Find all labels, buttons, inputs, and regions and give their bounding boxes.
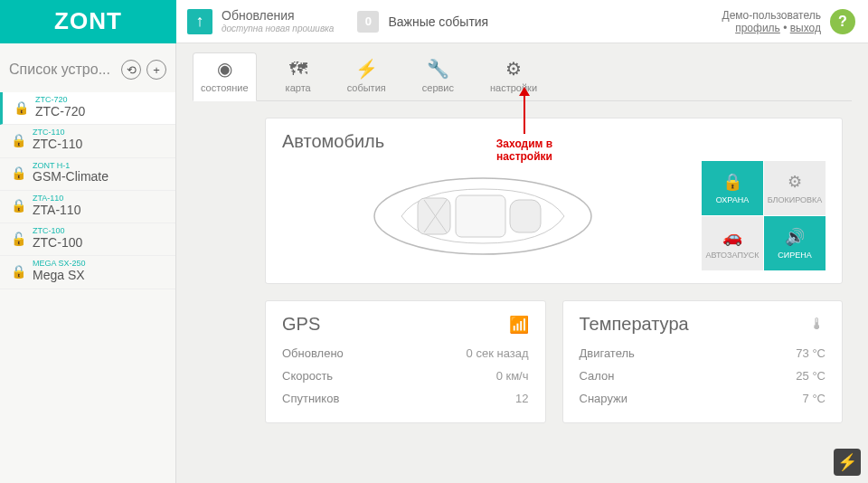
device-item[interactable]: 🔒ZONT H-1GSM-Climate bbox=[0, 158, 175, 191]
device-name: ZTA-110 bbox=[33, 204, 80, 217]
annotation: Заходим в настройки bbox=[470, 89, 579, 163]
svg-rect-5 bbox=[510, 200, 541, 232]
tab-state[interactable]: ◉ состояние bbox=[193, 52, 257, 101]
user-name: Демо-пользователь bbox=[722, 9, 821, 22]
kv-row: Двигатель73 °C bbox=[580, 342, 826, 365]
control-label: БЛОКИРОВКА bbox=[768, 195, 823, 204]
device-item[interactable]: 🔒MEGA SX-250Mega SX bbox=[0, 256, 175, 289]
device-name: ZTC-100 bbox=[33, 236, 82, 250]
kv-row: Салон25 °C bbox=[580, 365, 826, 387]
control-block[interactable]: ⚙БЛОКИРОВКА bbox=[764, 161, 826, 215]
updates-box[interactable]: ↑ Обновления доступна новая прошивка bbox=[176, 9, 344, 34]
sidebar-title: Список устро... bbox=[9, 62, 116, 78]
control-guard[interactable]: 🔒ОХРАНА bbox=[702, 161, 763, 215]
kv-key: Скорость bbox=[282, 369, 333, 383]
kv-key: Двигатель bbox=[580, 346, 635, 360]
tab-state-label: состояние bbox=[201, 82, 249, 93]
kv-value: 0 км/ч bbox=[496, 369, 529, 383]
svg-rect-4 bbox=[456, 195, 505, 237]
kv-value: 7 °C bbox=[803, 392, 826, 405]
gps-panel: GPS 📶 Обновлено0 сек назадСкорость0 км/ч… bbox=[265, 300, 546, 423]
service-icon: 🔧 bbox=[426, 57, 449, 80]
device-item[interactable]: 🔒ZTC-110ZTC-110 bbox=[0, 125, 175, 157]
device-name: ZTC-110 bbox=[33, 137, 82, 151]
refresh-devices-button[interactable]: ⟲ bbox=[121, 60, 141, 80]
events-box[interactable]: 0 Важные события bbox=[344, 11, 501, 33]
device-name: Mega SX bbox=[33, 269, 86, 282]
user-box: Демо-пользователь профиль • выход bbox=[713, 9, 830, 34]
device-item[interactable]: 🔓ZTC-100ZTC-100 bbox=[0, 223, 175, 256]
tab-events[interactable]: ⚡ события bbox=[340, 53, 393, 100]
annotation-text: Заходим в настройки bbox=[470, 137, 579, 163]
device-name: GSM-Climate bbox=[33, 170, 108, 184]
kv-key: Салон bbox=[580, 369, 615, 383]
kv-row: Обновлено0 сек назад bbox=[282, 342, 529, 365]
lock-icon: 🔒 bbox=[722, 172, 742, 192]
temp-panel: Температура 🌡 Двигатель73 °CСалон25 °CСн… bbox=[562, 300, 844, 423]
device-name: ZTC-720 bbox=[35, 105, 85, 118]
control-autostart[interactable]: 🚗АВТОЗАПУСК bbox=[702, 216, 763, 270]
lock-closed-icon: 🔒 bbox=[14, 100, 26, 115]
tab-map[interactable]: 🗺 карта bbox=[278, 53, 318, 100]
kv-value: 12 bbox=[515, 392, 528, 405]
kv-value: 25 °C bbox=[796, 369, 826, 383]
device-item[interactable]: 🔒ZTA-110ZTA-110 bbox=[0, 191, 175, 223]
kv-row: Снаружи7 °C bbox=[580, 387, 826, 410]
events-icon: ⚡ bbox=[354, 57, 378, 80]
logo: ZONT bbox=[0, 0, 176, 43]
wifi-icon: 📶 bbox=[509, 315, 529, 335]
add-device-button[interactable]: + bbox=[146, 60, 166, 80]
updates-subtitle: доступна новая прошивка bbox=[222, 24, 334, 33]
kv-value: 0 сек назад bbox=[467, 346, 529, 360]
tab-service-label: сервис bbox=[422, 82, 454, 93]
events-count: 0 bbox=[357, 11, 379, 33]
kv-row: Скорость0 км/ч bbox=[282, 365, 529, 387]
events-label: Важные события bbox=[388, 14, 488, 29]
engine-icon: ⚙ bbox=[788, 172, 802, 192]
topbar: ZONT ↑ Обновления доступна новая прошивк… bbox=[0, 0, 868, 43]
control-label: АВТОЗАПУСК bbox=[706, 251, 760, 260]
logout-link[interactable]: выход bbox=[790, 22, 821, 34]
gear-icon: ⚙ bbox=[502, 57, 525, 80]
lock-closed-icon: 🔒 bbox=[11, 264, 24, 279]
tab-service[interactable]: 🔧 сервис bbox=[415, 53, 461, 100]
tab-events-label: события bbox=[347, 82, 386, 93]
lock-open-icon: 🔓 bbox=[11, 232, 24, 246]
lock-closed-icon: 🔒 bbox=[11, 133, 24, 147]
sound-icon: 🔊 bbox=[785, 227, 805, 247]
thermometer-icon: 🌡 bbox=[809, 315, 826, 334]
kv-row: Спутников12 bbox=[282, 387, 529, 410]
device-item[interactable]: 🔒ZTC-720ZTC-720 bbox=[0, 92, 175, 125]
control-label: СИРЕНА bbox=[778, 251, 811, 260]
help-button[interactable]: ? bbox=[830, 9, 855, 34]
gps-title: GPS bbox=[282, 314, 320, 335]
kv-key: Обновлено bbox=[282, 346, 344, 360]
kv-key: Спутников bbox=[282, 392, 339, 405]
temp-title: Температура bbox=[580, 314, 689, 335]
lock-closed-icon: 🔒 bbox=[11, 198, 24, 213]
kv-value: 73 °C bbox=[796, 346, 826, 360]
state-icon: ◉ bbox=[212, 57, 236, 80]
sidebar: Список устро... ⟲ + 🔒ZTC-720ZTC-720🔒ZTC-… bbox=[0, 43, 176, 483]
tab-map-label: карта bbox=[286, 82, 311, 93]
car-image bbox=[282, 162, 684, 270]
svg-rect-1 bbox=[418, 198, 450, 234]
car-icon: 🚗 bbox=[722, 227, 742, 247]
update-up-icon: ↑ bbox=[187, 9, 212, 34]
lock-closed-icon: 🔒 bbox=[11, 166, 24, 180]
lightning-button[interactable]: ⚡ bbox=[834, 449, 861, 476]
profile-link[interactable]: профиль bbox=[735, 22, 780, 34]
updates-title: Обновления bbox=[222, 9, 334, 23]
control-siren[interactable]: 🔊СИРЕНА bbox=[764, 216, 826, 270]
control-label: ОХРАНА bbox=[716, 195, 750, 204]
map-icon: 🗺 bbox=[287, 57, 310, 80]
kv-key: Снаружи bbox=[580, 392, 628, 405]
content-area: ◉ состояние 🗺 карта ⚡ события 🔧 сервис ⚙… bbox=[176, 43, 868, 483]
